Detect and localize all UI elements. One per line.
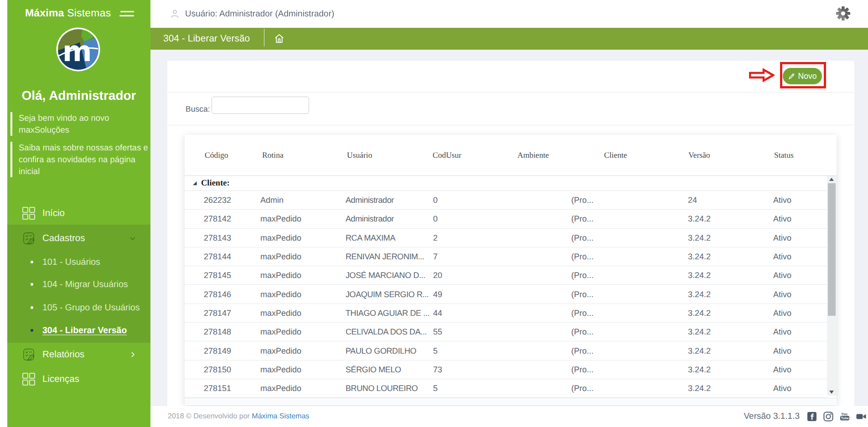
cell-codusur: 7: [433, 252, 438, 262]
video-camera-icon[interactable]: [856, 412, 866, 422]
table-row[interactable]: 278149maxPedidoPAULO GORDILHO5(Pro...3.2…: [185, 341, 827, 360]
cell-status: Ativo: [773, 346, 791, 355]
pager-text: Exibindo...: [752, 405, 780, 405]
grid-pager-strip: Exibindo...: [185, 398, 837, 405]
table-row[interactable]: 278148maxPedidoCELIVALDA DOS DA...55(Pro…: [185, 323, 827, 341]
clipboard-icon: [22, 232, 36, 245]
cell-rotina: maxPedido: [260, 308, 301, 318]
cell-cliente: (Pro...: [571, 346, 594, 355]
copyright-prefix: 2018 © Desenvolvido por: [168, 412, 252, 420]
scrollbar-thumb[interactable]: [828, 183, 836, 316]
table-row[interactable]: 278147maxPedidoTHIAGO AGUIAR DE ...44(Pr…: [185, 304, 827, 323]
table-row[interactable]: 278144maxPedidoRENIVAN JERONIM...7(Pro..…: [185, 247, 827, 266]
cell-codigo: 278146: [204, 289, 231, 299]
breadcrumb-divider: [264, 29, 264, 46]
user-icon: [170, 8, 180, 19]
scroll-down-button[interactable]: [827, 388, 837, 396]
cell-cliente: (Pro...: [571, 214, 594, 224]
cell-codigo: 278151: [204, 384, 231, 393]
sidebar-subitem-304-liberar-versao[interactable]: 304 - Liberar Versão: [7, 321, 150, 340]
sidebar-subitem-label: 101 - Usuários: [42, 257, 100, 268]
search-input[interactable]: [212, 97, 309, 114]
bullet-icon: [31, 306, 33, 309]
cell-cliente: (Pro...: [571, 308, 594, 318]
column-header-rotina[interactable]: Rotina: [262, 150, 284, 160]
table-row[interactable]: 278145maxPedidoJOSÉ MARCIANO D...20(Pro.…: [185, 266, 827, 285]
pencil-icon: [788, 73, 795, 80]
cell-versao: 3.24.2: [688, 327, 711, 337]
table-row[interactable]: 278146maxPedidoJOAQUIM SERGIO R...49(Pro…: [185, 285, 827, 304]
youtube-icon[interactable]: You Tube: [840, 412, 850, 422]
breadcrumb-bar: 304 - Liberar Versão: [150, 28, 868, 50]
column-header-versao[interactable]: Versão: [688, 150, 710, 160]
cell-status: Ativo: [773, 271, 791, 280]
footer: 2018 © Desenvolvido por Máxima Sistemas …: [150, 406, 868, 427]
cell-rotina: maxPedido: [260, 233, 301, 242]
table-row[interactable]: 278150maxPedidoSÉRGIO MELO73(Pro...3.24.…: [185, 360, 827, 379]
bullet-icon: [31, 329, 33, 332]
sidebar-subitem-104-migrar-usuarios[interactable]: 104 - Migrar Usuários: [7, 275, 150, 293]
column-header-codigo[interactable]: Código: [205, 150, 228, 160]
cell-usuario: SÉRGIO MELO: [346, 365, 401, 374]
grid-group-row[interactable]: ◢ Cliente:: [185, 176, 837, 191]
column-header-cliente[interactable]: Cliente: [604, 150, 627, 160]
cell-versao: 3.24.2: [688, 289, 711, 299]
cell-cliente: (Pro...: [571, 384, 594, 393]
scroll-up-button[interactable]: [827, 176, 837, 183]
column-header-codusur[interactable]: CodUsur: [433, 150, 461, 160]
sidebar-item-relatorios[interactable]: Relatórios: [7, 342, 150, 367]
group-label: Cliente:: [201, 179, 230, 188]
sidebar-item-label: Início: [42, 208, 65, 219]
cell-versao: 24: [688, 195, 697, 205]
welcome-message-2: Saiba mais sobre nossas ofertas e confir…: [10, 142, 151, 177]
company-logo: m: [56, 27, 100, 72]
menu-toggle-icon[interactable]: [119, 11, 134, 16]
group-collapse-icon[interactable]: ◢: [193, 180, 196, 186]
brand-logo-text: Máxima Sistemas: [25, 7, 111, 19]
search-row: Busca:: [167, 93, 854, 125]
cell-codusur: 5: [433, 346, 438, 355]
vertical-scrollbar[interactable]: [827, 176, 837, 396]
sidebar-subitem-105-grupo-de-usuarios[interactable]: 105 - Grupo de Usuários: [7, 298, 150, 317]
cell-codusur: 0: [433, 195, 438, 205]
chevron-down-icon: [129, 235, 136, 242]
sidebar-item-licencas[interactable]: Licenças: [7, 367, 150, 391]
brand-footer-link[interactable]: Máxima Sistemas: [252, 412, 309, 420]
user-session-label: Usuário: Administrador (Administrador): [185, 9, 334, 19]
table-row[interactable]: 278142maxPedidoAdministrador0(Pro...3.24…: [185, 210, 827, 228]
cell-usuario: RCA MAXIMA: [346, 233, 395, 242]
column-header-usuario[interactable]: Usuário: [347, 150, 372, 160]
greeting-title: Olá, Administrador: [7, 88, 150, 103]
cell-cliente: (Pro...: [571, 271, 594, 280]
cell-usuario: PAULO GORDILHO: [346, 346, 416, 355]
cell-rotina: maxPedido: [260, 271, 301, 280]
sidebar-item-cadastros[interactable]: Cadastros: [7, 226, 150, 251]
cell-versao: 3.24.2: [688, 214, 711, 224]
cell-usuario: JOAQUIM SERGIO R...: [346, 289, 429, 299]
cell-rotina: maxPedido: [260, 384, 301, 393]
column-header-ambiente[interactable]: Ambiente: [517, 150, 549, 160]
cell-versao: 3.24.2: [688, 384, 711, 393]
cell-cliente: (Pro...: [571, 195, 594, 205]
facebook-icon[interactable]: [807, 412, 817, 422]
cell-codigo: 278143: [204, 233, 231, 242]
gear-icon[interactable]: [836, 6, 851, 21]
grid-rows: 262232AdminAdministrador0(Pro...24Ativo2…: [185, 191, 827, 398]
sidebar-subitem-101-usuarios[interactable]: 101 - Usuários: [7, 253, 150, 271]
cell-usuario: THIAGO AGUIAR DE ...: [346, 308, 429, 318]
data-grid: CódigoRotinaUsuárioCodUsurAmbienteClient…: [185, 135, 837, 405]
table-row[interactable]: 278143maxPedidoRCA MAXIMA2(Pro...3.24.2A…: [185, 229, 827, 247]
cell-rotina: maxPedido: [260, 214, 301, 224]
cell-codusur: 44: [433, 308, 442, 318]
instagram-icon[interactable]: [823, 412, 833, 422]
table-row[interactable]: 278151maxPedidoBRUNO LOUREIRO5(Pro...3.2…: [185, 379, 827, 398]
bullet-icon: [31, 261, 33, 263]
new-button[interactable]: Novo: [783, 68, 822, 84]
bullet-icon: [31, 283, 33, 286]
table-row[interactable]: 262232AdminAdministrador0(Pro...24Ativo: [185, 191, 827, 210]
home-icon[interactable]: [274, 33, 284, 44]
sidebar-item-inicio[interactable]: Início: [7, 201, 150, 226]
cell-codigo: 278150: [204, 365, 231, 374]
column-header-status[interactable]: Status: [774, 150, 794, 160]
sidebar-subitem-label: 304 - Liberar Versão: [42, 325, 127, 336]
